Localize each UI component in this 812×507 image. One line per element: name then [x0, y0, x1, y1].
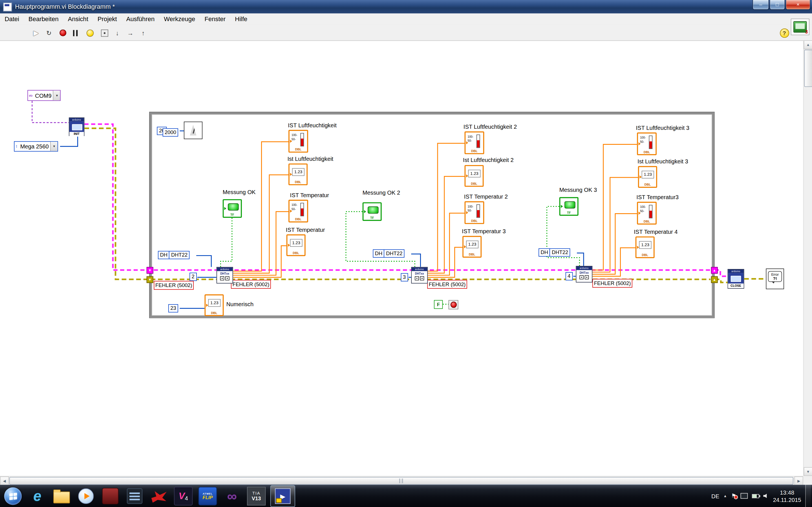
run-button[interactable]: ▶ — [30, 26, 43, 40]
app-icon-red[interactable] — [100, 486, 120, 506]
board-dropdown[interactable]: ▼ — [50, 142, 57, 151]
visa-port-control[interactable]: I/O COM9 ▼ — [28, 90, 61, 101]
action-center-flag-icon[interactable]: ⚑ — [731, 493, 736, 499]
scroll-up-button[interactable]: ▲ — [804, 40, 812, 49]
close-button[interactable]: × — [785, 0, 810, 10]
labview-taskbar-button[interactable]: ▶ — [270, 485, 295, 507]
pin-constant[interactable]: 3 — [401, 273, 408, 281]
pause-button[interactable] — [69, 26, 82, 40]
temperature-gauge-terminal[interactable]: 100-50- DBL — [637, 202, 657, 224]
scroll-right-button[interactable]: ▶ — [795, 476, 803, 485]
temperature-numeric-terminal[interactable]: 1.23 DBL — [462, 236, 481, 258]
menu-ansicht[interactable]: Ansicht — [63, 13, 93, 25]
com-dropdown[interactable]: ▼ — [53, 91, 60, 100]
internet-explorer-icon[interactable]: e — [27, 486, 48, 506]
error-ring-constant-left[interactable]: FEHLER (5002) — [154, 281, 194, 290]
menu-datei[interactable]: Datei — [0, 13, 24, 25]
horizontal-scrollbar[interactable]: ◀ ▶ — [0, 476, 803, 485]
step-out-button[interactable]: ↑ — [137, 26, 150, 40]
v4-app-icon[interactable]: V4 — [173, 486, 193, 506]
sensor-type-constant[interactable]: DH DHT22 — [373, 249, 404, 258]
battery-tray-icon[interactable] — [752, 494, 759, 498]
temperature-numeric-terminal[interactable]: 1.23 DBL — [287, 234, 306, 256]
error-tunnel-left[interactable]: ▼ — [147, 276, 153, 283]
visual-studio-icon[interactable]: ∞ — [221, 486, 242, 506]
step-into-button[interactable]: ↓ — [111, 26, 124, 40]
humidity-gauge-terminal[interactable]: 100-50- DBL — [465, 131, 485, 154]
error-tunnel-right[interactable]: ▲ — [711, 276, 718, 283]
arduino-init-node[interactable]: arduino INIT — [69, 117, 84, 136]
help-button[interactable]: ? — [778, 26, 791, 40]
run-continuous-button[interactable]: ↻ — [43, 26, 56, 40]
dbl-tag: DBL — [290, 180, 307, 184]
eagle-cad-icon[interactable] — [149, 486, 169, 506]
sensor-type-constant[interactable]: DH DHT22 — [158, 251, 189, 259]
measure-ok-led-terminal[interactable]: TF — [223, 199, 242, 218]
media-player-icon[interactable] — [75, 486, 96, 506]
abort-button[interactable] — [56, 26, 69, 40]
arduino-board-art — [728, 273, 744, 284]
dbl-tag: DBL — [463, 252, 481, 257]
error-ring-constant[interactable]: FEHLER (5002) — [592, 279, 632, 288]
numeric-constant-2000[interactable]: 2000 — [163, 128, 179, 136]
humidity-numeric-terminal[interactable]: 1.23 DBL — [289, 163, 308, 185]
app-icon-bars[interactable] — [124, 486, 145, 506]
shift-register-right[interactable]: ▲ — [711, 267, 718, 274]
arduino-close-node[interactable]: arduino CLOSE — [728, 269, 744, 289]
language-indicator[interactable]: DE — [711, 493, 719, 499]
measure-ok-led-terminal[interactable]: TF — [559, 197, 578, 216]
maximize-button[interactable]: □ — [769, 0, 785, 10]
temperature-numeric-terminal[interactable]: 1.23 DBL — [636, 236, 655, 258]
explorer-icon[interactable] — [51, 486, 72, 506]
loop-stop-terminal[interactable] — [449, 300, 458, 309]
menu-hilfe[interactable]: Hilfe — [231, 13, 252, 25]
humidity-numeric-terminal[interactable]: 1.23 DBL — [638, 166, 657, 188]
humidity-numeric-terminal[interactable]: 1.23 DBL — [465, 165, 484, 187]
temperature-gauge-terminal[interactable]: 100-50- DBL — [465, 201, 485, 224]
shift-register-left[interactable]: ▼ — [147, 267, 153, 274]
false-constant[interactable]: F — [434, 300, 443, 309]
dht-read-node[interactable]: arduino DHTxx — [576, 266, 592, 283]
humidity-gauge-terminal[interactable]: 100-50- DBL — [637, 132, 657, 155]
tray-expand-button[interactable]: ▲ — [723, 494, 727, 498]
monitor-tray-icon[interactable] — [741, 493, 748, 499]
step-over-button[interactable]: → — [124, 26, 137, 40]
menu-werkzeuge[interactable]: Werkzeuge — [159, 13, 200, 25]
menu-projekt[interactable]: Projekt — [93, 13, 122, 25]
taskbar-clock[interactable]: 13:48 24.11.2015 — [773, 489, 801, 503]
temperature-gauge-terminal[interactable]: 100-50- DBL — [289, 200, 308, 223]
measure-ok-led-terminal[interactable]: TF — [363, 202, 382, 221]
led-icon — [368, 207, 378, 214]
speaker-tray-icon[interactable] — [763, 493, 769, 498]
error-ring-constant[interactable]: FEHLER (5002) — [231, 280, 271, 289]
menu-fenster[interactable]: Fenster — [200, 13, 231, 25]
pin-constant[interactable]: 2 — [190, 273, 197, 281]
sensor-type-constant[interactable]: DH DHT22 — [539, 248, 569, 257]
dht-read-node[interactable]: arduino DHTxx — [411, 267, 428, 284]
tia-portal-icon[interactable]: TIAV13 — [246, 486, 266, 506]
show-desktop-button[interactable] — [805, 485, 811, 507]
pin-constant[interactable]: 4 — [566, 272, 573, 280]
humidity-gauge-terminal[interactable]: 100-50- DBL — [289, 130, 308, 153]
numeric-constant-23[interactable]: 23 — [168, 304, 178, 313]
start-button[interactable] — [3, 486, 23, 506]
atmel-flip-icon[interactable]: ATMELFLIP — [197, 486, 218, 506]
horizontal-scroll-thumb[interactable] — [9, 477, 794, 485]
simple-error-handler-node[interactable]: Error ?! — [766, 269, 784, 289]
highlight-execution-button[interactable] — [84, 26, 96, 40]
retain-wire-values-button[interactable] — [98, 26, 111, 40]
error-ring-constant[interactable]: FEHLER (5002) — [427, 280, 467, 289]
wait-ms-node[interactable] — [184, 122, 202, 139]
board-type-constant[interactable]: ↕ Mega 2560 ▼ — [14, 141, 58, 152]
scroll-down-button[interactable]: ▼ — [804, 467, 812, 476]
vertical-scroll-thumb[interactable] — [804, 50, 812, 87]
scroll-left-button[interactable]: ◀ — [0, 476, 9, 485]
dht-read-node[interactable]: arduino DHTxx — [216, 267, 233, 284]
menu-bearbeiten[interactable]: Bearbeiten — [24, 13, 63, 25]
minimize-button[interactable]: – — [753, 0, 769, 10]
dhtxx-label: DHTxx — [576, 271, 592, 276]
vertical-scrollbar[interactable]: ▲ ▼ — [803, 40, 812, 476]
numerisch-indicator-terminal[interactable]: 1.23 DBL — [205, 294, 224, 316]
menu-ausfuehren[interactable]: Ausführen — [121, 13, 159, 25]
chip-icon — [72, 124, 82, 130]
